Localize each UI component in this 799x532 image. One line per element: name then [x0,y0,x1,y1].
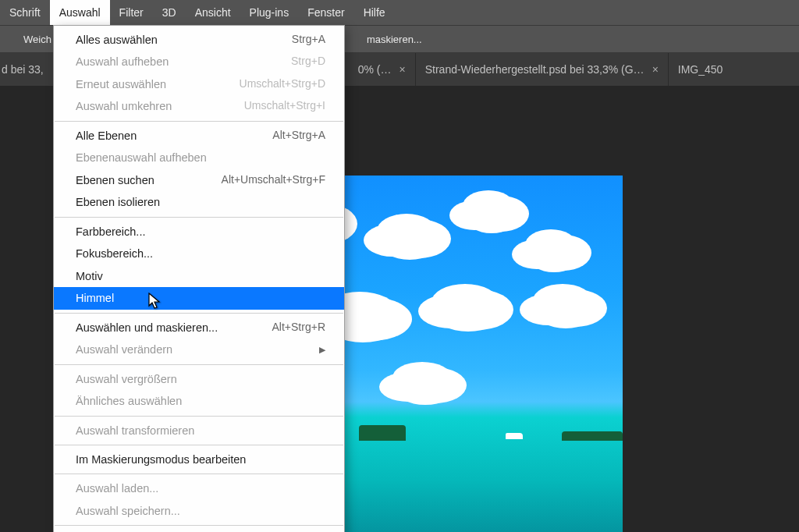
tab-label: d bei 33, [2,63,44,76]
menu-separator [55,473,343,474]
menu-item-erneut-auswaehlen: Erneut auswählen Umschalt+Strg+D [54,73,344,95]
menu-schrift[interactable]: Schrift [0,0,50,25]
menu-separator [55,445,343,445]
menu-item-label: Ebenen suchen [76,172,154,189]
menu-item-label: Fokusbereich... [76,245,153,262]
menu-item-label: Erneut auswählen [76,76,166,93]
tab-doc-2[interactable]: 0% (… × [349,53,416,86]
option-maskieren[interactable]: maskieren... [357,30,431,48]
menu-item-fokusbereich[interactable]: Fokusbereich... [54,243,344,264]
menu-filter[interactable]: Filter [110,0,153,25]
menu-item-auswahl-umkehren: Auswahl umkehren Umschalt+Strg+I [54,95,344,117]
menu-item-label: Im Maskierungsmodus bearbeiten [76,451,246,468]
menu-item-shortcut: Alt+Strg+A [272,127,325,144]
menu-fenster[interactable]: Fenster [298,0,353,25]
menu-item-maskierungsmodus[interactable]: Im Maskierungsmodus bearbeiten [54,449,344,470]
tab-doc-3[interactable]: Strand-Wiederhergestellt.psd bei 33,3% (… [416,53,669,86]
menu-item-label: Ebenenauswahl aufheben [76,149,207,166]
close-icon[interactable]: × [400,63,406,76]
menu-ansicht[interactable]: Ansicht [186,0,240,25]
menu-item-alle-ebenen[interactable]: Alle Ebenen Alt+Strg+A [54,125,344,147]
menu-item-auswaehlen-und-maskieren[interactable]: Auswählen und maskieren... Alt+Strg+R [54,317,344,339]
menu-item-shortcut: Umschalt+Strg+D [240,76,325,93]
menu-3d[interactable]: 3D [153,0,186,25]
tab-label: 0% (… [358,63,392,76]
menu-item-ebenen-suchen[interactable]: Ebenen suchen Alt+Umschalt+Strg+F [54,169,344,191]
tab-label: Strand-Wiederhergestellt.psd bei 33,3% (… [425,63,645,76]
menu-item-label: Auswahl umkehren [76,98,172,115]
menu-separator [55,313,343,314]
menu-separator [55,121,343,122]
menu-item-label: Auswahl vergrößern [76,371,177,388]
menu-item-label: Auswählen und maskieren... [76,319,218,336]
boat-icon [506,433,523,439]
menu-item-label: Ähnliches auswählen [76,392,182,410]
menu-separator [55,217,343,218]
menu-item-label: Auswahl transformieren [76,422,194,439]
menu-item-neue-3d-extrusion: Neue 3D-Extrusion [54,529,344,532]
menu-item-ebenen-isolieren[interactable]: Ebenen isolieren [54,191,344,213]
menu-item-auswahl-transformieren: Auswahl transformieren [54,420,344,442]
menu-item-shortcut: Umschalt+Strg+I [244,98,325,115]
menu-item-label: Motiv [76,268,103,285]
menu-hilfe[interactable]: Hilfe [354,0,395,25]
menu-item-motiv[interactable]: Motiv [54,265,344,287]
menu-item-label: Auswahl speichern... [76,502,180,520]
menu-separator [55,364,343,365]
menu-item-ebenenauswahl-aufheben: Ebenenauswahl aufheben [54,147,344,168]
menu-separator [55,525,343,526]
menu-item-alles-auswaehlen[interactable]: Alles auswählen Strg+A [54,29,344,51]
menu-separator [55,416,343,417]
menu-auswahl[interactable]: Auswahl [50,0,110,25]
tab-doc-4[interactable]: IMG_450 [669,53,733,86]
menu-item-aehnliches-auswaehlen: Ähnliches auswählen [54,390,344,412]
tab-doc-1[interactable]: d bei 33, [0,53,54,86]
menu-item-shortcut: Alt+Strg+R [272,319,325,336]
menu-item-auswahl-speichern: Auswahl speichern... [54,500,344,522]
menu-item-farbbereich[interactable]: Farbbereich... [54,221,344,243]
auswahl-dropdown: Alles auswählen Strg+A Auswahl aufheben … [53,25,345,532]
menu-item-shortcut: Strg+D [291,53,325,70]
menu-item-auswahl-laden: Auswahl laden... [54,477,344,499]
submenu-arrow-icon: ▶ [319,343,325,356]
menu-item-shortcut: Strg+A [292,31,325,48]
menu-item-label: Alle Ebenen [76,127,137,144]
menu-item-label: Alles auswählen [76,31,158,48]
menu-item-label: Farbbereich... [76,223,145,240]
menu-item-label: Ebenen isolieren [76,193,160,211]
menu-item-auswahl-vergroessern: Auswahl vergrößern [54,368,344,390]
menu-item-label: Auswahl verändern [76,341,172,358]
menu-item-shortcut: Alt+Umschalt+Strg+F [222,172,325,189]
tab-label: IMG_450 [678,63,723,76]
menu-item-label: Himmel [76,289,114,307]
menu-plugins[interactable]: Plug-ins [240,0,299,25]
menu-item-label: Auswahl laden... [76,480,158,497]
menu-item-auswahl-veraendern: Auswahl verändern ▶ [54,339,344,360]
menubar: Schrift Auswahl Filter 3D Ansicht Plug-i… [0,0,799,25]
menu-item-auswahl-aufheben: Auswahl aufheben Strg+D [54,51,344,73]
menu-item-himmel[interactable]: Himmel [54,287,344,309]
menu-item-label: Auswahl aufheben [76,53,169,70]
close-icon[interactable]: × [652,63,659,76]
